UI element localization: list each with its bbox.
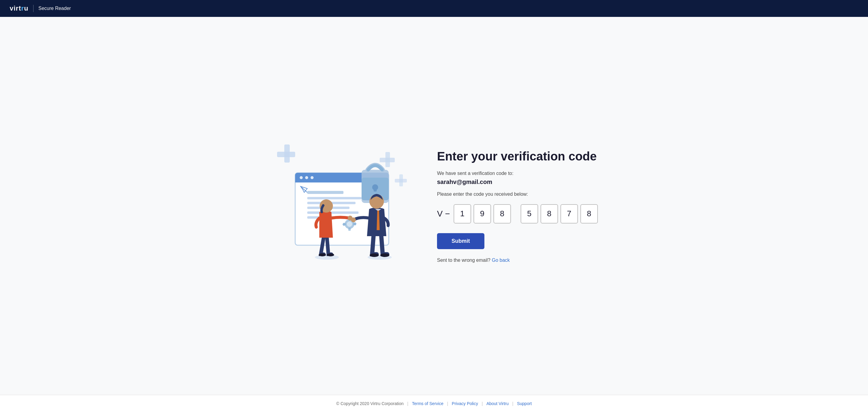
svg-point-25 bbox=[347, 221, 352, 227]
about-virtru-link[interactable]: About Virtru bbox=[487, 401, 509, 406]
form-instruction: Please enter the code you received below… bbox=[437, 192, 600, 197]
svg-point-9 bbox=[300, 176, 303, 179]
wrong-email-section: Sent to the wrong email? Go back bbox=[437, 258, 600, 263]
svg-point-42 bbox=[351, 217, 356, 222]
code-prefix: V − bbox=[437, 209, 450, 219]
wrong-email-text: Sent to the wrong email? bbox=[437, 258, 490, 263]
go-back-link[interactable]: Go back bbox=[492, 258, 510, 263]
svg-point-41 bbox=[369, 194, 384, 209]
svg-point-11 bbox=[311, 176, 314, 179]
footer: © Copyright 2020 Virtru Corporation | Te… bbox=[0, 395, 868, 412]
svg-point-38 bbox=[370, 253, 379, 257]
terms-of-service-link[interactable]: Terms of Service bbox=[412, 401, 443, 406]
main-content: Enter your verification code We have sen… bbox=[0, 17, 868, 395]
svg-point-33 bbox=[319, 253, 326, 256]
copyright-text: © Copyright 2020 Virtru Corporation bbox=[336, 401, 404, 406]
code-digit-7[interactable]: 8 bbox=[580, 204, 598, 224]
header-subtitle: Secure Reader bbox=[38, 6, 71, 11]
header: virtru Secure Reader bbox=[0, 0, 868, 17]
code-digit-4[interactable]: 5 bbox=[521, 204, 538, 224]
code-digit-6[interactable]: 7 bbox=[560, 204, 578, 224]
svg-rect-5 bbox=[399, 174, 403, 186]
svg-rect-12 bbox=[307, 191, 343, 194]
illustration bbox=[268, 143, 413, 269]
footer-sep-4: | bbox=[512, 401, 514, 406]
logo: virtru bbox=[10, 4, 28, 12]
svg-point-10 bbox=[305, 176, 308, 179]
submit-button[interactable]: Submit bbox=[437, 233, 485, 249]
svg-rect-23 bbox=[374, 187, 377, 192]
footer-sep-3: | bbox=[482, 401, 483, 406]
svg-rect-3 bbox=[385, 152, 390, 167]
footer-sep-1: | bbox=[407, 401, 408, 406]
form-title: Enter your verification code bbox=[437, 149, 600, 164]
svg-rect-27 bbox=[348, 228, 351, 231]
svg-rect-1 bbox=[284, 144, 290, 163]
svg-point-39 bbox=[380, 253, 389, 257]
illustration-svg bbox=[268, 143, 413, 269]
svg-rect-16 bbox=[307, 211, 359, 214]
svg-rect-13 bbox=[307, 197, 362, 199]
form-panel: Enter your verification code We have sen… bbox=[437, 149, 600, 263]
privacy-policy-link[interactable]: Privacy Policy bbox=[452, 401, 478, 406]
content-wrapper: Enter your verification code We have sen… bbox=[268, 143, 600, 269]
form-subtitle: We have sent a verification code to: bbox=[437, 171, 600, 176]
code-input-row: V − 1 9 8 5 8 7 8 bbox=[437, 204, 600, 224]
support-link[interactable]: Support bbox=[517, 401, 532, 406]
virtru-logo: virtru bbox=[10, 4, 28, 12]
footer-sep-2: | bbox=[447, 401, 448, 406]
svg-point-34 bbox=[327, 253, 334, 256]
code-digit-5[interactable]: 8 bbox=[540, 204, 558, 224]
code-digit-1[interactable]: 1 bbox=[454, 204, 471, 224]
email-display: sarahv@gmail.com bbox=[437, 178, 600, 185]
code-digit-3[interactable]: 8 bbox=[493, 204, 511, 224]
code-digit-2[interactable]: 9 bbox=[473, 204, 491, 224]
